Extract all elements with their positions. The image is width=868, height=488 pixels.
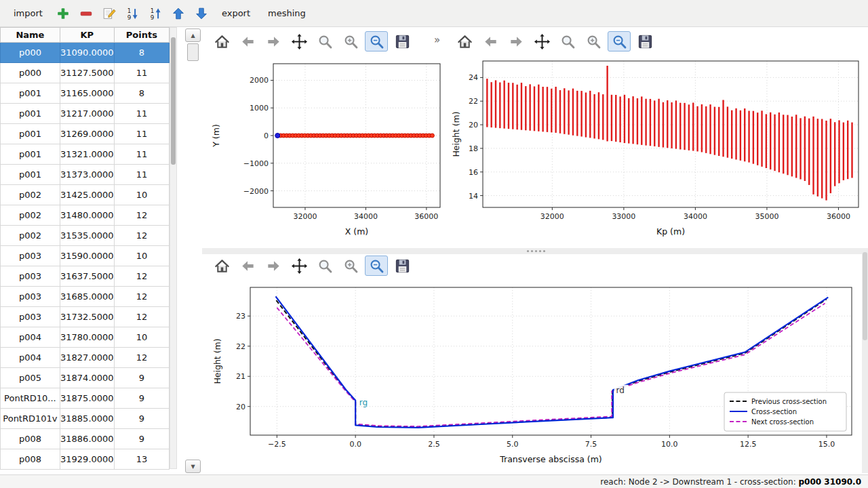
table-cell[interactable]: 11 [114, 63, 169, 83]
table-cell[interactable]: 8 [114, 43, 169, 63]
table-row[interactable]: p00831929.000013 [1, 449, 170, 470]
table-row[interactable]: p00331732.500012 [1, 307, 170, 327]
table-cell[interactable]: 9 [114, 368, 169, 388]
table-cell[interactable]: 31373.0000 [60, 165, 114, 185]
table-cell[interactable]: p003 [1, 266, 60, 287]
table-cell[interactable]: 31321.0000 [60, 144, 114, 165]
column-header-name[interactable]: Name [1, 28, 60, 43]
pan-button[interactable] [288, 256, 311, 276]
table-row[interactable]: p00131217.000011 [1, 104, 170, 124]
table-row[interactable]: p00431827.000012 [1, 348, 170, 368]
table-cell[interactable]: 31637.5000 [60, 266, 114, 287]
table-cell[interactable]: 10 [114, 246, 169, 266]
table-row[interactable]: PontRD10...31875.00009 [1, 388, 170, 409]
save-button[interactable] [391, 256, 414, 276]
table-cell[interactable]: 10 [114, 185, 169, 205]
zoom-button[interactable] [313, 31, 336, 52]
table-cell[interactable]: 31090.0000 [60, 43, 114, 63]
table-cell[interactable]: p003 [1, 307, 60, 327]
scroll-down-button[interactable]: ▼ [185, 460, 201, 473]
forward-button[interactable] [262, 256, 285, 276]
edit-button[interactable] [100, 4, 119, 23]
table-cell[interactable]: 31165.0000 [60, 83, 114, 104]
table-cell[interactable]: p001 [1, 144, 60, 165]
back-button[interactable] [479, 31, 502, 52]
table-row[interactable]: p00431780.000010 [1, 327, 170, 348]
table-row[interactable]: p00131373.000011 [1, 165, 170, 185]
cross-section-plot[interactable]: −2.50.02.55.07.510.012.515.020212223rgrd… [205, 278, 861, 473]
table-cell[interactable]: PontRD101v [1, 409, 60, 429]
table-cell[interactable]: PontRD10... [1, 388, 60, 409]
table-cell[interactable]: 31590.0000 [60, 246, 114, 266]
table-cell[interactable]: p002 [1, 205, 60, 226]
edit-axes-button[interactable] [365, 31, 388, 52]
export-button[interactable]: export [215, 5, 257, 22]
table-cell[interactable]: 12 [114, 266, 169, 287]
save-button[interactable] [391, 31, 414, 52]
table-cell[interactable]: 31874.0000 [60, 368, 114, 388]
meshing-button[interactable]: meshing [261, 5, 313, 22]
table-cell[interactable]: 11 [114, 124, 169, 144]
column-header-points[interactable]: Points [114, 28, 169, 43]
table-cell[interactable]: 31875.0000 [60, 388, 114, 409]
plan-view-plot[interactable]: 320003400036000−2000−1000010002000X (m)Y… [205, 53, 447, 248]
table-cell[interactable]: 10 [114, 327, 169, 348]
table-row[interactable]: p00131321.000011 [1, 144, 170, 165]
table-row[interactable]: p00231480.000012 [1, 205, 170, 226]
table-cell[interactable]: p004 [1, 348, 60, 368]
table-row[interactable]: p00331637.500012 [1, 266, 170, 287]
table-cell[interactable]: p008 [1, 449, 60, 470]
table-cell[interactable]: 11 [114, 144, 169, 165]
table-cell[interactable]: 12 [114, 226, 169, 246]
table-cell[interactable]: p005 [1, 368, 60, 388]
subplots-button[interactable] [339, 256, 362, 276]
table-scrollbar[interactable] [170, 27, 177, 469]
back-button[interactable] [236, 256, 259, 276]
table-scrollbar-thumb[interactable] [171, 37, 176, 165]
table-cell[interactable]: 31535.0000 [60, 226, 114, 246]
forward-button[interactable] [262, 31, 285, 52]
back-button[interactable] [236, 31, 259, 52]
table-cell[interactable]: 31217.0000 [60, 104, 114, 124]
table-cell[interactable]: 12 [114, 307, 169, 327]
table-cell[interactable]: 31480.0000 [60, 205, 114, 226]
table-row[interactable]: p00331590.000010 [1, 246, 170, 266]
table-cell[interactable]: 31732.5000 [60, 307, 114, 327]
home-button[interactable] [210, 31, 233, 52]
table-cell[interactable]: 31885.0000 [60, 409, 114, 429]
table-cell[interactable]: 13 [114, 449, 169, 470]
right-scrollbar-thumb[interactable] [863, 252, 867, 340]
table-cell[interactable]: p001 [1, 104, 60, 124]
table-cell[interactable]: p002 [1, 185, 60, 205]
longitudinal-profile-plot[interactable]: 3200033000340003500036000141618202224Kp … [448, 53, 867, 248]
table-row[interactable]: p00231425.000010 [1, 185, 170, 205]
table-cell[interactable]: 31780.0000 [60, 327, 114, 348]
table-row[interactable]: p00331685.000012 [1, 287, 170, 307]
scroll-up-button[interactable]: ▲ [185, 28, 201, 42]
column-header-kp[interactable]: KP [60, 28, 114, 43]
sort-asc-button[interactable]: 19 [123, 4, 142, 23]
table-cell[interactable]: p002 [1, 226, 60, 246]
pan-button[interactable] [288, 31, 311, 52]
sort-desc-button[interactable]: 19 [146, 4, 165, 23]
horizontal-splitter[interactable] [202, 248, 868, 254]
table-cell[interactable]: 11 [114, 104, 169, 124]
toolbar-overflow-chevron[interactable]: » [434, 34, 440, 46]
table-row[interactable]: p00031127.500011 [1, 63, 170, 83]
table-row[interactable]: PontRD101v31885.00009 [1, 409, 170, 429]
table-cell[interactable]: 9 [114, 429, 169, 449]
table-cell[interactable]: 11 [114, 165, 169, 185]
table-cell[interactable]: 12 [114, 287, 169, 307]
table-cell[interactable]: 31269.0000 [60, 124, 114, 144]
table-cell[interactable]: 9 [114, 388, 169, 409]
table-cell[interactable]: 31886.0000 [60, 429, 114, 449]
table-row[interactable]: p00231535.000012 [1, 226, 170, 246]
right-scrollbar[interactable] [862, 251, 868, 473]
table-cell[interactable]: p001 [1, 124, 60, 144]
table-cell[interactable]: 31685.0000 [60, 287, 114, 307]
move-up-button[interactable] [169, 4, 188, 23]
table-row[interactable]: p00131269.000011 [1, 124, 170, 144]
table-cell[interactable]: p003 [1, 287, 60, 307]
table-row[interactable]: p00031090.00008 [1, 43, 170, 63]
panel-scrollbar[interactable]: ▲ ▼ [184, 27, 202, 474]
